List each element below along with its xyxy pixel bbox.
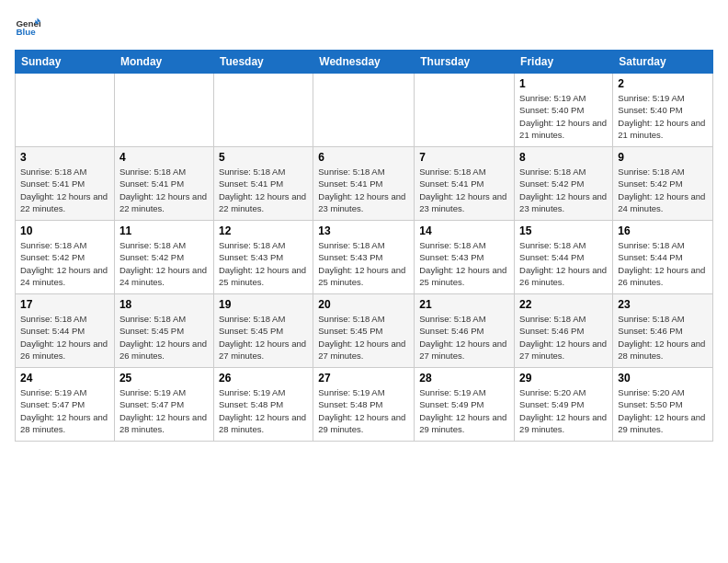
calendar-week-row: 24Sunrise: 5:19 AM Sunset: 5:47 PM Dayli…	[16, 368, 713, 442]
cell-info: Sunrise: 5:18 AM Sunset: 5:44 PM Dayligh…	[618, 239, 708, 288]
cell-info: Sunrise: 5:18 AM Sunset: 5:45 PM Dayligh…	[318, 313, 409, 362]
calendar-cell: 18Sunrise: 5:18 AM Sunset: 5:45 PM Dayli…	[114, 294, 213, 368]
day-number: 20	[318, 298, 409, 311]
day-number: 14	[419, 224, 509, 237]
cell-info: Sunrise: 5:19 AM Sunset: 5:48 PM Dayligh…	[219, 386, 308, 435]
calendar-table: SundayMondayTuesdayWednesdayThursdayFrid…	[15, 50, 713, 442]
day-number: 13	[318, 224, 409, 237]
cell-info: Sunrise: 5:18 AM Sunset: 5:46 PM Dayligh…	[519, 313, 608, 362]
calendar-cell: 10Sunrise: 5:18 AM Sunset: 5:42 PM Dayli…	[16, 221, 115, 294]
day-of-week-header: Tuesday	[213, 51, 313, 74]
day-number: 24	[20, 372, 109, 385]
cell-info: Sunrise: 5:18 AM Sunset: 5:41 PM Dayligh…	[20, 166, 109, 214]
day-number: 2	[618, 77, 708, 90]
day-of-week-header: Friday	[515, 51, 613, 74]
cell-info: Sunrise: 5:18 AM Sunset: 5:45 PM Dayligh…	[119, 313, 209, 362]
calendar-week-row: 1Sunrise: 5:19 AM Sunset: 5:40 PM Daylig…	[16, 74, 713, 147]
day-number: 15	[519, 224, 608, 237]
calendar-cell	[16, 74, 115, 147]
svg-text:Blue: Blue	[16, 27, 36, 37]
calendar-cell	[213, 74, 313, 147]
cell-info: Sunrise: 5:19 AM Sunset: 5:40 PM Dayligh…	[618, 92, 708, 141]
day-number: 19	[219, 298, 308, 311]
calendar-cell: 29Sunrise: 5:20 AM Sunset: 5:49 PM Dayli…	[515, 368, 613, 442]
calendar-week-row: 10Sunrise: 5:18 AM Sunset: 5:42 PM Dayli…	[16, 221, 713, 294]
cell-info: Sunrise: 5:19 AM Sunset: 5:48 PM Dayligh…	[318, 386, 409, 435]
calendar-cell: 6Sunrise: 5:18 AM Sunset: 5:41 PM Daylig…	[313, 147, 415, 221]
cell-info: Sunrise: 5:19 AM Sunset: 5:47 PM Dayligh…	[119, 386, 209, 435]
day-of-week-header: Sunday	[16, 51, 115, 74]
logo-icon: General Blue	[15, 15, 40, 40]
calendar-cell: 5Sunrise: 5:18 AM Sunset: 5:41 PM Daylig…	[213, 147, 313, 221]
day-number: 18	[119, 298, 209, 311]
day-number: 8	[519, 151, 608, 164]
day-number: 7	[419, 151, 509, 164]
cell-info: Sunrise: 5:18 AM Sunset: 5:43 PM Dayligh…	[419, 239, 509, 288]
calendar-cell: 2Sunrise: 5:19 AM Sunset: 5:40 PM Daylig…	[613, 74, 713, 147]
day-number: 17	[20, 298, 109, 311]
calendar-cell: 28Sunrise: 5:19 AM Sunset: 5:49 PM Dayli…	[415, 368, 515, 442]
cell-info: Sunrise: 5:18 AM Sunset: 5:45 PM Dayligh…	[219, 313, 308, 362]
calendar-cell: 1Sunrise: 5:19 AM Sunset: 5:40 PM Daylig…	[515, 74, 613, 147]
calendar-cell	[415, 74, 515, 147]
cell-info: Sunrise: 5:18 AM Sunset: 5:42 PM Dayligh…	[119, 239, 209, 288]
cell-info: Sunrise: 5:18 AM Sunset: 5:46 PM Dayligh…	[419, 313, 509, 362]
day-number: 9	[618, 151, 708, 164]
calendar-week-row: 17Sunrise: 5:18 AM Sunset: 5:44 PM Dayli…	[16, 294, 713, 368]
day-number: 6	[318, 151, 409, 164]
calendar-cell: 8Sunrise: 5:18 AM Sunset: 5:42 PM Daylig…	[515, 147, 613, 221]
day-of-week-header: Thursday	[415, 51, 515, 74]
calendar-week-row: 3Sunrise: 5:18 AM Sunset: 5:41 PM Daylig…	[16, 147, 713, 221]
day-number: 23	[618, 298, 708, 311]
day-number: 12	[219, 224, 308, 237]
cell-info: Sunrise: 5:18 AM Sunset: 5:44 PM Dayligh…	[519, 239, 608, 288]
day-number: 26	[219, 372, 308, 385]
calendar-cell: 4Sunrise: 5:18 AM Sunset: 5:41 PM Daylig…	[114, 147, 213, 221]
day-of-week-header: Wednesday	[313, 51, 415, 74]
day-number: 28	[419, 372, 509, 385]
day-number: 3	[20, 151, 109, 164]
calendar-body: 1Sunrise: 5:19 AM Sunset: 5:40 PM Daylig…	[16, 74, 713, 442]
day-number: 21	[419, 298, 509, 311]
cell-info: Sunrise: 5:18 AM Sunset: 5:43 PM Dayligh…	[318, 239, 409, 288]
calendar-cell: 17Sunrise: 5:18 AM Sunset: 5:44 PM Dayli…	[16, 294, 115, 368]
logo: General Blue	[15, 15, 40, 40]
calendar-cell: 14Sunrise: 5:18 AM Sunset: 5:43 PM Dayli…	[415, 221, 515, 294]
day-number: 11	[119, 224, 209, 237]
calendar-cell: 16Sunrise: 5:18 AM Sunset: 5:44 PM Dayli…	[613, 221, 713, 294]
day-number: 25	[119, 372, 209, 385]
header: General Blue	[15, 15, 713, 40]
calendar-cell: 13Sunrise: 5:18 AM Sunset: 5:43 PM Dayli…	[313, 221, 415, 294]
cell-info: Sunrise: 5:20 AM Sunset: 5:50 PM Dayligh…	[618, 386, 708, 435]
cell-info: Sunrise: 5:18 AM Sunset: 5:41 PM Dayligh…	[219, 166, 308, 214]
calendar-cell: 27Sunrise: 5:19 AM Sunset: 5:48 PM Dayli…	[313, 368, 415, 442]
calendar-cell: 11Sunrise: 5:18 AM Sunset: 5:42 PM Dayli…	[114, 221, 213, 294]
day-of-week-header: Monday	[114, 51, 213, 74]
calendar-cell: 25Sunrise: 5:19 AM Sunset: 5:47 PM Dayli…	[114, 368, 213, 442]
cell-info: Sunrise: 5:18 AM Sunset: 5:43 PM Dayligh…	[219, 239, 308, 288]
calendar-header-row: SundayMondayTuesdayWednesdayThursdayFrid…	[16, 51, 713, 74]
calendar-cell: 12Sunrise: 5:18 AM Sunset: 5:43 PM Dayli…	[213, 221, 313, 294]
day-number: 4	[119, 151, 209, 164]
day-number: 16	[618, 224, 708, 237]
day-number: 5	[219, 151, 308, 164]
calendar-cell	[114, 74, 213, 147]
calendar-cell: 15Sunrise: 5:18 AM Sunset: 5:44 PM Dayli…	[515, 221, 613, 294]
calendar-cell: 21Sunrise: 5:18 AM Sunset: 5:46 PM Dayli…	[415, 294, 515, 368]
day-of-week-header: Saturday	[613, 51, 713, 74]
cell-info: Sunrise: 5:18 AM Sunset: 5:42 PM Dayligh…	[20, 239, 109, 288]
calendar-cell: 30Sunrise: 5:20 AM Sunset: 5:50 PM Dayli…	[613, 368, 713, 442]
cell-info: Sunrise: 5:18 AM Sunset: 5:41 PM Dayligh…	[119, 166, 209, 214]
day-number: 27	[318, 372, 409, 385]
day-number: 10	[20, 224, 109, 237]
cell-info: Sunrise: 5:18 AM Sunset: 5:44 PM Dayligh…	[20, 313, 109, 362]
calendar-cell: 9Sunrise: 5:18 AM Sunset: 5:42 PM Daylig…	[613, 147, 713, 221]
calendar-cell: 19Sunrise: 5:18 AM Sunset: 5:45 PM Dayli…	[213, 294, 313, 368]
calendar-cell: 22Sunrise: 5:18 AM Sunset: 5:46 PM Dayli…	[515, 294, 613, 368]
day-number: 30	[618, 372, 708, 385]
calendar-cell: 23Sunrise: 5:18 AM Sunset: 5:46 PM Dayli…	[613, 294, 713, 368]
calendar-cell	[313, 74, 415, 147]
calendar-cell: 3Sunrise: 5:18 AM Sunset: 5:41 PM Daylig…	[16, 147, 115, 221]
calendar-cell: 7Sunrise: 5:18 AM Sunset: 5:41 PM Daylig…	[415, 147, 515, 221]
cell-info: Sunrise: 5:18 AM Sunset: 5:41 PM Dayligh…	[419, 166, 509, 214]
